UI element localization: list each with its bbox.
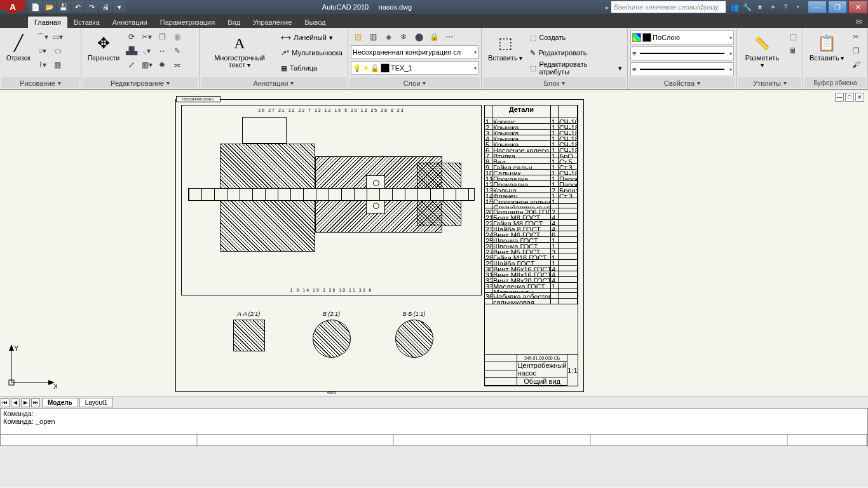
panel-block-title[interactable]: Блок ▾ (483, 78, 626, 88)
qat-undo-icon[interactable]: ↶ (71, 1, 84, 13)
mirror-icon[interactable]: ▟▙ (125, 44, 139, 57)
color-dropdown[interactable]: ПоСлою▾ (630, 30, 734, 44)
tab-nav-first-icon[interactable]: ⏮ (1, 398, 10, 407)
tab-express-icon[interactable]: ✉ (850, 16, 868, 28)
fillet-icon[interactable]: ◟▾ (140, 44, 154, 57)
measure-button[interactable]: 📏 Разметить ▾ (740, 30, 785, 71)
mtext-icon: A (229, 33, 250, 53)
maximize-button[interactable]: ❐ (828, 1, 847, 13)
tab-output[interactable]: Вывод (298, 17, 332, 28)
layer-props-icon[interactable]: ▤ (351, 30, 365, 43)
exchange-icon[interactable]: ✶ (768, 2, 778, 12)
tab-annotate[interactable]: Аннотации (106, 17, 154, 28)
command-input[interactable] (0, 435, 868, 446)
linetype-dropdown[interactable]: ≡ Непре...▾ (630, 62, 734, 76)
create-block-button[interactable]: ⬚Создать (527, 30, 625, 44)
edit-block-button[interactable]: ✎Редактировать (527, 46, 625, 60)
circle-icon[interactable]: ○▾ (36, 44, 50, 57)
layer-more-icon[interactable]: ⋯ (442, 30, 456, 43)
copy-clip-icon[interactable]: ❐ (849, 44, 863, 57)
panel-layers-title[interactable]: Слои ▾ (349, 78, 480, 88)
cut-icon[interactable]: ✂ (849, 30, 863, 43)
insert-block-button[interactable]: ⬚ Вставить ▾ (484, 30, 526, 64)
explode-icon[interactable]: ✸ (155, 58, 169, 71)
tab-manage[interactable]: Управление (247, 17, 298, 28)
search-input[interactable]: Введите ключевое слово/фразу (611, 1, 726, 13)
parts-list: Детали 1Корпус1СЧ-10 2Крышка1СЧ-18 3Крыш… (484, 105, 578, 355)
layer-states-icon[interactable]: ▥ (366, 30, 380, 43)
layout1-tab[interactable]: Layout1 (79, 398, 114, 407)
qat-open-icon[interactable]: 📂 (43, 1, 56, 13)
qat-save-icon[interactable]: 💾 (57, 1, 70, 13)
polyline-icon[interactable]: ⌇▾ (36, 58, 50, 71)
app-logo[interactable]: A (0, 0, 25, 14)
line-button[interactable]: ╱ Отрезок (3, 30, 34, 64)
panel-annotation-title[interactable]: Аннотации ▾ (201, 78, 346, 88)
layer-iso-icon[interactable]: ◈ (381, 30, 395, 43)
panel-modify-title[interactable]: Редактирование ▾ (83, 78, 198, 88)
copy-icon[interactable]: ❐ (155, 30, 169, 43)
array-icon[interactable]: ▦▾ (140, 58, 154, 71)
ribbon-tabs: Главная Вставка Аннотации Параметризация… (0, 14, 868, 28)
tab-home[interactable]: Главная (28, 17, 67, 28)
subscription-icon[interactable]: 👥 (729, 2, 740, 12)
arc-icon[interactable]: ⌒▾ (36, 30, 50, 43)
select-icon[interactable]: ⬚ (786, 30, 800, 43)
erase-icon[interactable]: ✎ (170, 44, 184, 57)
tab-nav-next-icon[interactable]: ▶ (21, 398, 30, 407)
tab-parametric[interactable]: Параметризация (154, 17, 221, 28)
mtext-button[interactable]: A Многострочный текст ▾ (202, 30, 277, 71)
ellipse-icon[interactable]: ⬭ (51, 44, 65, 57)
help-dd-icon[interactable]: ▾ (793, 2, 803, 12)
minimize-button[interactable]: — (808, 1, 827, 13)
edit-icon: ✎ (530, 49, 536, 57)
panel-clipboard-title[interactable]: Буфер обмена (804, 78, 866, 88)
help-icon[interactable]: ? (780, 2, 790, 12)
move-button[interactable]: ✥ Перенести (84, 30, 123, 64)
close-button[interactable]: ✕ (848, 1, 867, 13)
mleader-button[interactable]: ↗°Мультивыноска (278, 46, 345, 60)
tab-nav-last-icon[interactable]: ⏭ (31, 398, 40, 407)
infocenter: 👥 🔧 ★ ✶ ? ▾ (726, 2, 807, 12)
qat-print-icon[interactable]: 🖨 (99, 1, 112, 13)
measure-icon: 📏 (752, 33, 773, 53)
layer-freeze-icon[interactable]: ❄ (397, 30, 410, 43)
rect-icon[interactable]: ▭▾ (51, 30, 65, 43)
qat-new-icon[interactable]: 📄 (29, 1, 42, 13)
model-tab[interactable]: Модель (42, 398, 78, 407)
paste-button[interactable]: 📋 Вставить ▾ (806, 30, 848, 64)
stretch-icon[interactable]: ↔ (155, 44, 169, 57)
vp-min-icon[interactable]: — (835, 93, 844, 102)
table-button[interactable]: ▦Таблица (278, 61, 345, 75)
vp-max-icon[interactable]: □ (845, 93, 854, 102)
search-arrow-icon: ▸ (606, 4, 609, 11)
rotate-icon[interactable]: ⟳ (125, 30, 139, 43)
layer-lock-icon[interactable]: 🔒 (427, 30, 441, 43)
panel-draw-title[interactable]: Рисование ▾ (1, 78, 79, 88)
qat-dd-icon[interactable]: ▾ (113, 1, 126, 13)
comm-icon[interactable]: 🔧 (742, 2, 752, 12)
tab-nav-prev-icon[interactable]: ◀ (11, 398, 20, 407)
tab-view[interactable]: Вид (221, 17, 247, 28)
tab-insert[interactable]: Вставка (67, 17, 106, 28)
offset-icon[interactable]: ◎ (170, 30, 184, 43)
trim-icon[interactable]: ✂▾ (140, 30, 154, 43)
scale-icon[interactable]: ⤢ (125, 58, 139, 71)
favorites-icon[interactable]: ★ (755, 2, 765, 12)
quickcalc-icon[interactable]: 🖩 (786, 44, 800, 57)
layer-off-icon[interactable]: ⬤ (412, 30, 426, 43)
edit-attr-button[interactable]: ⬚Редактировать атрибуты ▾ (527, 61, 625, 75)
layer-state-dropdown[interactable]: Несохраненная конфигурация сл▾ (351, 45, 478, 59)
move-icon: ✥ (93, 33, 114, 53)
current-layer-dropdown[interactable]: 💡 ☀ 🔓 TEX_1▾ (351, 61, 478, 75)
panel-utilities-title[interactable]: Утилиты ▾ (738, 78, 801, 88)
drawing-area[interactable]: — □ ✕ ОБОЗН/00/10/№С 26 27 21 32 22 7 13… (0, 90, 868, 396)
join-icon[interactable]: ⫘ (170, 58, 184, 71)
hatch-icon[interactable]: ▦ (51, 58, 65, 71)
qat-redo-icon[interactable]: ↷ (85, 1, 98, 13)
vp-close-icon[interactable]: ✕ (855, 93, 864, 102)
lineweight-dropdown[interactable]: ≡ Послою▾ (630, 46, 734, 60)
linear-dim-button[interactable]: ⟷Линейный ▾ (278, 30, 345, 44)
panel-props-title[interactable]: Свойства ▾ (629, 78, 735, 88)
match-icon[interactable]: 🖌 (849, 58, 863, 71)
